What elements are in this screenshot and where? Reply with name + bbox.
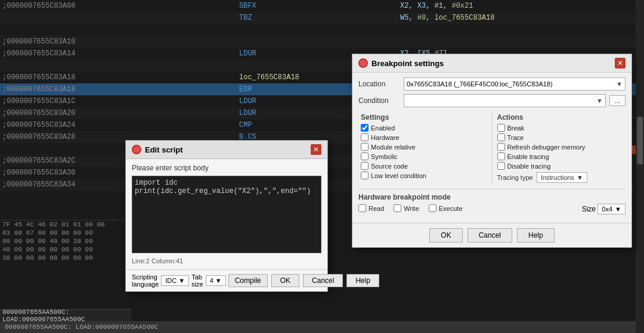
script-dialog-title: Edit script [145,145,183,154]
compile-button[interactable]: Compile [228,274,268,287]
disable-tracing-label: Disable tracing [507,163,551,170]
cb-lowlevel-row: Low level condition [361,172,487,179]
hardware-checkbox[interactable] [361,133,369,141]
tracing-type-row: Tracing type Instructions ▼ [497,172,624,183]
dialog-body: Location 0x7655C83A18 (_766EF45C00:loc_7… [352,73,631,219]
table-row[interactable]: ;0000007655C83A08 SBFX X2, X3, #1, #0x21 [0,0,644,12]
actions-label: Actions [497,113,624,122]
table-row[interactable]: ;0000007655C83A10 [0,36,644,48]
hw-bp-label: Hardware breakpoint mode [358,193,626,201]
break-label: Break [507,125,525,132]
tab-size-value: 4 [210,277,213,284]
script-title-bar[interactable]: Edit script ✕ [126,141,327,159]
bp-dialog-footer: OK Cancel Help [352,223,631,247]
symbolic-label: Symbolic [371,153,398,160]
script-prompt: Please enter script body [132,164,321,172]
location-value: 0x7655C83A18 (_766EF45C00:loc_7655C83A18… [407,80,553,88]
break-checkbox[interactable] [497,124,505,132]
enable-tracing-checkbox[interactable] [497,153,505,160]
source-checkbox[interactable] [361,162,369,170]
condition-select[interactable]: ▼ [404,94,606,107]
scripting-arrow-icon: ▼ [178,277,185,284]
read-checkbox[interactable] [358,204,366,212]
script-icon [132,145,141,154]
script-close-button[interactable]: ✕ [311,144,321,155]
tracing-type-label: Tracing type [497,174,533,181]
hardware-label: Hardware [371,134,400,141]
lowlevel-checkbox[interactable] [361,172,369,179]
tab-arrow-icon: ▼ [215,277,222,284]
breakpoint-icon [358,58,368,68]
tracing-type-select[interactable]: Instructions ▼ [537,172,587,183]
size-select[interactable]: 0x4 ▼ [597,204,626,214]
scrollbar-thumb[interactable] [637,117,643,164]
symbolic-checkbox[interactable] [361,153,369,160]
location-select[interactable]: 0x7655C83A18 (_766EF45C00:loc_7655C83A18… [404,77,626,91]
cb-source-row: Source code [361,162,487,170]
title-left: Breakpoint settings [358,58,444,68]
tab-size-label: Tab size [191,273,203,288]
script-ok-button[interactable]: OK [271,274,299,287]
refresh-checkbox[interactable] [497,143,505,151]
bp-help-button[interactable]: Help [517,228,555,242]
hex-row: 00 00 00 00 40 00 38 00 [0,237,125,245]
cb-disable-tracing-row: Disable tracing [497,162,624,170]
breakpoint-dialog: Breakpoint settings ✕ Location 0x7655C83… [352,54,632,248]
script-editor[interactable]: import idc print(idc.get_reg_value("X2")… [132,176,321,253]
scrollbar[interactable] [636,0,644,333]
location-row: Location 0x7655C83A18 (_766EF45C00:loc_7… [358,77,626,91]
enabled-label: Enabled [371,125,395,132]
refresh-label: Refresh debugger memory [507,144,586,151]
size-arrow-icon: ▼ [615,206,621,213]
cb-symbolic-row: Symbolic [361,153,487,160]
trace-label: Trace [507,134,524,141]
hex-row: 38 00 00 00 00 00 00 00 [0,254,125,262]
table-row[interactable]: TBZ W5, #0, loc_7655C83A18 [0,12,644,24]
cb-refresh-row: Refresh debugger memory [497,143,624,151]
actions-column: Actions Break Trace Refresh debugger mem… [495,111,626,185]
condition-row: Condition ▼ ... [358,94,626,107]
cb-trace-row: Trace [497,133,624,141]
scripting-value: IDC [165,277,177,284]
cb-break-row: Break [497,124,624,132]
cb-read-row: Read [358,204,384,212]
bp-ok-button[interactable]: OK [429,228,462,242]
module-checkbox[interactable] [361,143,369,151]
location-label: Location [358,80,400,88]
bp-cancel-button[interactable]: Cancel [467,228,512,242]
script-help-button[interactable]: Help [346,274,379,287]
close-button[interactable]: ✕ [615,58,626,69]
hex-row: 03 00 67 00 00 00 00 00 [0,229,125,237]
script-dialog-body: Please enter script body import idc prin… [126,159,327,269]
tab-size-select[interactable]: 4 ▼ [206,275,226,286]
size-value: 0x4 [602,206,612,213]
script-lang-row: Scripting language IDC ▼ Tab size 4 ▼ Co… [132,273,268,288]
script-cancel-button[interactable]: Cancel [303,274,343,287]
scripting-select[interactable]: IDC ▼ [161,275,189,286]
execute-label: Execute [439,205,463,212]
trace-checkbox[interactable] [497,133,505,141]
condition-arrow-icon: ▼ [596,97,603,104]
cb-hardware-row: Hardware [361,133,487,141]
dialog-title-bar[interactable]: Breakpoint settings ✕ [352,54,631,73]
condition-label: Condition [358,97,400,105]
settings-actions-divider [492,111,493,185]
settings-actions-section: Settings Enabled Hardware Module relativ… [358,111,626,185]
cb-enable-tracing-row: Enable tracing [497,153,624,160]
address-bar: 0000007655AA500C: LOAD:0000007655AA500C [0,309,131,321]
script-footer-buttons: OK Cancel Help [271,274,379,287]
write-checkbox[interactable] [394,204,401,212]
disable-tracing-checkbox[interactable] [497,162,505,170]
condition-dots-button[interactable]: ... [609,95,626,106]
table-row[interactable] [0,24,644,36]
settings-column: Settings Enabled Hardware Module relativ… [358,111,490,185]
script-title-left: Edit script [132,145,183,154]
read-label: Read [369,205,384,212]
address-text: 0000007655AA500C: LOAD:0000007655AA500C [2,309,129,323]
source-label: Source code [371,163,408,170]
cb-execute-row: Execute [429,204,463,212]
execute-checkbox[interactable] [429,204,436,212]
enabled-checkbox[interactable] [361,124,369,132]
hw-bp-section: Hardware breakpoint mode Read Write Exec… [358,189,626,214]
script-dialog: Edit script ✕ Please enter script body i… [125,140,328,292]
